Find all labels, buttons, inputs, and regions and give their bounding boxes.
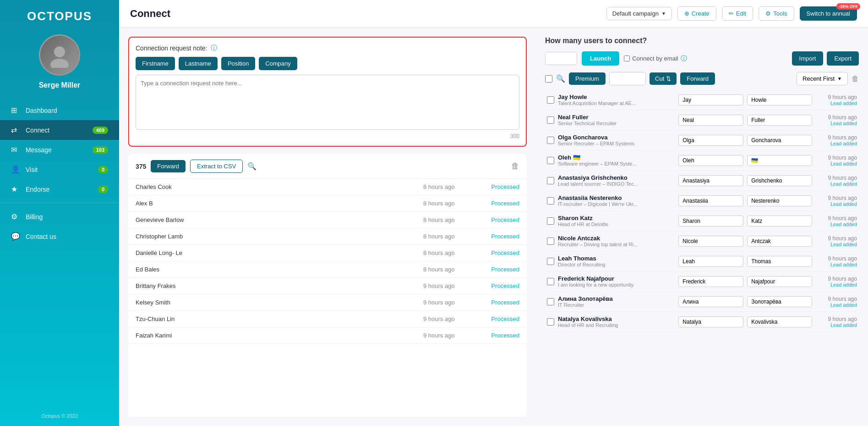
list-item[interactable]: Tzu-Chuan Lin 9 hours ago Processed <box>128 311 527 327</box>
premium-filter-button[interactable]: Premium <box>569 72 606 85</box>
user-last-field[interactable] <box>747 256 812 267</box>
user-last-field[interactable] <box>747 316 812 327</box>
launch-button[interactable]: Launch <box>582 51 619 66</box>
user-first-field[interactable] <box>678 256 743 267</box>
firstname-input[interactable] <box>678 155 743 166</box>
list-item[interactable]: Kelsey Smith 9 hours ago Processed <box>128 294 527 311</box>
filter-search-icon[interactable]: 🔍 <box>556 74 565 83</box>
import-button[interactable]: Import <box>792 51 824 66</box>
firstname-input[interactable] <box>678 115 743 126</box>
export-button[interactable]: Export <box>827 51 859 66</box>
table-row[interactable]: Leah Thomas Director of Recruiting 9 hou… <box>545 251 859 271</box>
search-button[interactable]: 🔍 <box>247 162 257 171</box>
lastname-input[interactable] <box>747 296 812 307</box>
table-row[interactable]: Oleh 🇺🇦 Software engineer – EPAM Syste..… <box>545 150 859 171</box>
lastname-input[interactable] <box>747 155 812 166</box>
firstname-input[interactable] <box>678 276 743 287</box>
list-item[interactable]: Alex B 8 hours ago Processed <box>128 195 527 212</box>
sidebar-item-visit[interactable]: 👤 Visit 0 <box>0 160 119 179</box>
table-row[interactable]: Frederick Najafpour I am looking for a n… <box>545 271 859 292</box>
firstname-input[interactable] <box>678 94 743 105</box>
lastname-input[interactable] <box>747 195 812 206</box>
user-first-field[interactable] <box>678 155 743 166</box>
firstname-input[interactable] <box>678 316 743 327</box>
list-item[interactable]: Ed Bales 8 hours ago Processed <box>128 261 527 278</box>
sidebar-item-contact[interactable]: 💬 Contact us <box>0 227 119 246</box>
forward-button[interactable]: Forward <box>151 160 186 172</box>
table-row[interactable]: Neal Fuller Senior Technical Recruiter 9… <box>545 110 859 130</box>
filter-text-input[interactable] <box>609 72 646 85</box>
user-first-field[interactable] <box>678 236 743 247</box>
firstname-input[interactable] <box>678 195 743 206</box>
list-item[interactable]: Brittany Frakes 9 hours ago Processed <box>128 278 527 294</box>
user-checkbox[interactable] <box>547 278 554 285</box>
sidebar-item-connect[interactable]: ⇄ Connect 409 <box>0 120 119 140</box>
connect-count-input[interactable] <box>545 52 577 65</box>
list-item[interactable]: Danielle Long- Le 8 hours ago Processed <box>128 245 527 261</box>
table-row[interactable]: Jay Howle Talent Acquisition Manager at … <box>545 90 859 110</box>
user-last-field[interactable] <box>747 135 812 146</box>
user-checkbox[interactable] <box>547 177 554 184</box>
firstname-button[interactable]: Firstname <box>136 57 175 70</box>
firstname-input[interactable] <box>678 236 743 247</box>
select-all-checkbox[interactable] <box>545 75 552 83</box>
switch-button[interactable]: -35% OFF Switch to annual <box>800 6 857 21</box>
user-last-field[interactable] <box>747 155 812 166</box>
user-first-field[interactable] <box>678 195 743 206</box>
lastname-input[interactable] <box>747 115 812 126</box>
lastname-button[interactable]: Lastname <box>179 57 218 70</box>
sidebar-item-billing[interactable]: ⚙ Billing <box>0 207 119 227</box>
user-last-field[interactable] <box>747 175 812 186</box>
firstname-input[interactable] <box>678 216 743 227</box>
user-first-field[interactable] <box>678 216 743 227</box>
table-row[interactable]: Natalya Kovalivska Head of HR and Recrui… <box>545 312 859 332</box>
sidebar-item-endorse[interactable]: ★ Endorse 0 <box>0 179 119 199</box>
user-checkbox[interactable] <box>547 157 554 164</box>
cut-button[interactable]: Cut ⇅ <box>650 72 677 85</box>
user-checkbox[interactable] <box>547 298 554 305</box>
campaign-select[interactable]: Default campaign ▼ <box>606 7 672 20</box>
table-row[interactable]: Olga Goncharova Senior Recruiter – EPAM … <box>545 130 859 150</box>
delete-list-icon[interactable]: 🗑 <box>511 161 519 171</box>
table-row[interactable]: Nicole Antczak Recruiter – Driving top t… <box>545 231 859 251</box>
user-checkbox[interactable] <box>547 238 554 245</box>
tools-button[interactable]: ⚙ Tools <box>759 6 794 21</box>
table-row[interactable]: Sharon Katz Head of HR at Deloitte 9 hou… <box>545 211 859 231</box>
lastname-input[interactable] <box>747 216 812 227</box>
user-first-field[interactable] <box>678 276 743 287</box>
lastname-input[interactable] <box>747 256 812 267</box>
list-item[interactable]: Christopher Lamb 8 hours ago Processed <box>128 228 527 245</box>
lastname-input[interactable] <box>747 236 812 247</box>
user-checkbox[interactable] <box>547 137 554 144</box>
trash-button[interactable]: 🗑 <box>852 75 859 83</box>
user-last-field[interactable] <box>747 296 812 307</box>
list-item[interactable]: Genevieve Barlow 8 hours ago Processed <box>128 212 527 228</box>
user-checkbox[interactable] <box>547 96 554 104</box>
user-first-field[interactable] <box>678 316 743 327</box>
user-last-field[interactable] <box>747 195 812 206</box>
lastname-input[interactable] <box>747 135 812 146</box>
lastname-input[interactable] <box>747 94 812 105</box>
user-first-field[interactable] <box>678 135 743 146</box>
sort-select[interactable]: Recent First ▼ <box>797 72 848 85</box>
user-last-field[interactable] <box>747 216 812 227</box>
company-button[interactable]: Company <box>259 57 297 70</box>
user-last-field[interactable] <box>747 276 812 287</box>
create-button[interactable]: ⊕ Create <box>677 6 716 21</box>
lastname-input[interactable] <box>747 316 812 327</box>
user-first-field[interactable] <box>678 175 743 186</box>
table-row[interactable]: Anastasiia Nesterenko IT-recruiter – Dig… <box>545 191 859 211</box>
lastname-input[interactable] <box>747 276 812 287</box>
user-last-field[interactable] <box>747 115 812 126</box>
firstname-input[interactable] <box>678 135 743 146</box>
user-last-field[interactable] <box>747 94 812 105</box>
email-info-icon[interactable]: ⓘ <box>681 55 687 63</box>
connect-by-email-checkbox[interactable] <box>624 55 630 61</box>
user-checkbox[interactable] <box>547 116 554 124</box>
lastname-input[interactable] <box>747 175 812 186</box>
list-item[interactable]: Faizah Karimi 9 hours ago Processed <box>128 327 527 344</box>
firstname-input[interactable] <box>678 296 743 307</box>
table-row[interactable]: Anastasiya Grishchenko Lead talent sourc… <box>545 171 859 191</box>
note-textarea[interactable] <box>136 75 519 130</box>
sidebar-item-dashboard[interactable]: ⊞ Dashboard <box>0 100 119 120</box>
